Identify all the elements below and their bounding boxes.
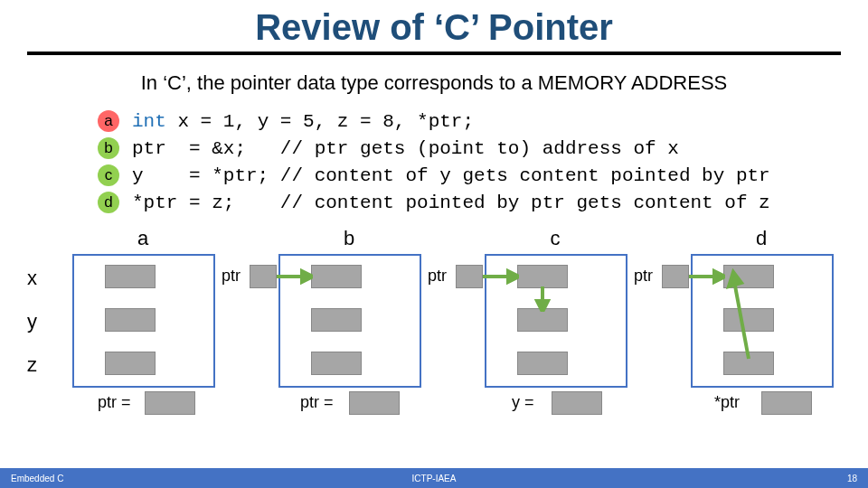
- col-label-c: c: [542, 227, 569, 250]
- arrow-d1-icon: [689, 265, 725, 288]
- code-block: a int x = 1, y = 5, z = 8, *ptr; b ptr =…: [98, 108, 841, 216]
- code-a: int x = 1, y = 5, z = 8, *ptr;: [132, 111, 474, 132]
- ptr-c: [456, 265, 483, 288]
- code-row-d: d *ptr = z; // content pointed by ptr ge…: [98, 189, 841, 216]
- col-label-b: b: [335, 227, 363, 250]
- code-row-c: c y = *ptr; // content of y gets content…: [98, 162, 841, 189]
- arrow-d2-icon: [723, 268, 760, 364]
- memory-diagrams: x y z a ptr = b ptr ptr = c ptr y =: [27, 232, 841, 422]
- bullet-a: a: [98, 110, 119, 132]
- intro-text: In ‘C’, the pointer data type correspond…: [27, 71, 841, 95]
- ptr-d: [662, 265, 689, 288]
- code-row-a: a int x = 1, y = 5, z = 8, *ptr;: [98, 108, 841, 135]
- code-d: *ptr = z; // content pointed by ptr gets…: [132, 192, 770, 213]
- title-rule: [27, 52, 841, 55]
- bottom-c: y =: [512, 393, 534, 412]
- arrow-b-icon: [277, 265, 313, 288]
- bottom-d: *ptr: [714, 393, 740, 412]
- cell-b-x: [311, 265, 362, 288]
- row-label-x: x: [27, 267, 37, 290]
- cell-a-z: [105, 352, 156, 375]
- bullet-c: c: [98, 164, 119, 186]
- bottom-a: ptr =: [98, 393, 131, 412]
- svg-marker-5: [537, 301, 548, 312]
- bullet-b: b: [98, 137, 119, 159]
- cell-c-z: [517, 352, 568, 375]
- ptr-label-b: ptr: [222, 267, 241, 286]
- cell-b-z: [311, 352, 362, 375]
- col-label-a: a: [129, 227, 156, 250]
- code-b: ptr = &x; // ptr gets (point to) address…: [132, 138, 679, 159]
- cell-a-y: [105, 308, 156, 332]
- svg-marker-1: [302, 271, 313, 282]
- footer: Embedded C ICTP-IAEA 18: [0, 468, 868, 488]
- ptrbox-a: [145, 391, 195, 415]
- arrow-c1-icon: [483, 265, 519, 288]
- ptr-label-c: ptr: [428, 267, 447, 286]
- code-c: y = *ptr; // content of y gets content p…: [132, 165, 770, 186]
- ptr-b: [250, 265, 277, 288]
- svg-line-8: [734, 281, 749, 359]
- footer-center: ICTP-IAEA: [0, 474, 868, 483]
- ptr-label-d: ptr: [634, 267, 653, 286]
- col-label-d: d: [748, 227, 775, 250]
- row-label-y: y: [27, 310, 37, 333]
- svg-marker-9: [729, 272, 741, 286]
- cell-c-x: [517, 265, 568, 288]
- code-row-b: b ptr = &x; // ptr gets (point to) addre…: [98, 135, 841, 162]
- svg-marker-3: [508, 271, 519, 282]
- ptrbox-c-bottom: [552, 391, 602, 415]
- arrow-c2-icon: [533, 286, 561, 312]
- cell-a-x: [105, 265, 156, 288]
- cell-b-y: [311, 308, 362, 332]
- ptrbox-d-bottom: [761, 391, 812, 415]
- slide-title: Review of ‘C’ Pointer: [27, 7, 841, 48]
- bullet-d: d: [98, 192, 119, 213]
- footer-right: 18: [847, 474, 857, 483]
- bottom-b: ptr =: [300, 393, 334, 412]
- row-label-z: z: [27, 353, 37, 377]
- ptrbox-b-bottom: [349, 391, 400, 415]
